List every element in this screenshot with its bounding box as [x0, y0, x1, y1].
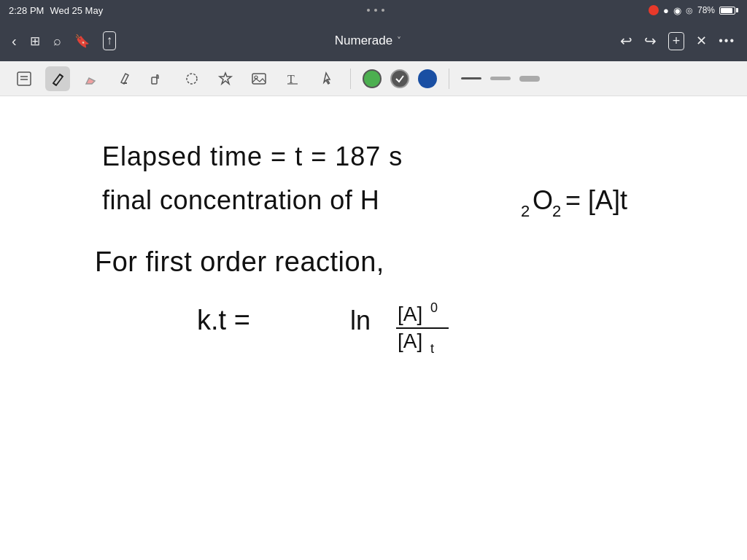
toolbar-left: ‹ ⊞ ⌕ 🔖 ↑: [12, 31, 116, 50]
close-button[interactable]: ✕: [696, 33, 707, 49]
color-green-button[interactable]: [363, 69, 382, 88]
hand-tool[interactable]: [146, 66, 171, 91]
time: 2:28 PM: [9, 5, 44, 16]
highlighter-tool[interactable]: [112, 66, 137, 91]
color-blue-button[interactable]: [418, 69, 437, 88]
line-thin[interactable]: [461, 77, 481, 79]
search-button[interactable]: ⌕: [53, 34, 61, 49]
separator-2: [449, 69, 449, 89]
status-center: [367, 9, 384, 12]
grid-button[interactable]: ⊞: [30, 34, 40, 49]
battery-icon: [719, 7, 738, 15]
date: Wed 25 May: [50, 5, 103, 16]
color-checkmark-button[interactable]: [390, 69, 409, 88]
handwriting-svg: Elapsed time = t = 187 s final concentra…: [0, 96, 747, 560]
svg-text:Elapsed  time   =  t  =  187 s: Elapsed time = t = 187 s: [102, 141, 403, 171]
image-tool[interactable]: [247, 66, 271, 91]
pen-tool[interactable]: [45, 66, 70, 91]
dot3: [382, 9, 384, 12]
note-content: Elapsed time = t = 187 s final concentra…: [0, 96, 747, 560]
line-medium[interactable]: [490, 77, 511, 80]
separator-1: [350, 69, 351, 89]
status-left: 2:28 PM Wed 25 May: [9, 5, 103, 16]
bookmark-button[interactable]: 🔖: [74, 34, 90, 49]
svg-text:0: 0: [430, 300, 438, 315]
svg-text:k.t  =: k.t =: [197, 305, 250, 335]
status-bar: 2:28 PM Wed 25 May ● ◉ ◎ 78%: [0, 0, 747, 20]
main-toolbar: ‹ ⊞ ⌕ 🔖 ↑ Numerade ˅ ↩ ↪ + ✕ •••: [0, 20, 747, 61]
svg-text:O: O: [533, 185, 553, 215]
svg-text:For   first  order  reaction,: For first order reaction,: [95, 246, 384, 277]
signal-icon: ◉: [673, 5, 681, 16]
battery-pct: 78%: [697, 5, 715, 15]
toolbar-right: ↩ ↪ + ✕ •••: [620, 32, 735, 50]
dot1: [367, 9, 370, 12]
text-tool[interactable]: T: [280, 66, 305, 91]
canvas-area[interactable]: Elapsed time = t = 187 s final concentra…: [0, 96, 747, 560]
line-thick[interactable]: [519, 76, 540, 82]
wifi-icon: ●: [663, 5, 669, 16]
svg-text:=  [A]t: = [A]t: [565, 185, 627, 215]
svg-rect-7: [252, 74, 266, 84]
svg-text:t: t: [430, 341, 434, 356]
back-button[interactable]: ‹: [12, 33, 17, 50]
record-indicator: [649, 5, 659, 15]
svg-point-5: [187, 74, 197, 84]
svg-rect-4: [152, 77, 157, 84]
more-options-button[interactable]: •••: [719, 34, 735, 47]
svg-text:2: 2: [552, 202, 561, 220]
dot2: [374, 9, 377, 12]
undo-button[interactable]: ↩: [620, 32, 632, 50]
toolbar-center: Numerade ˅: [335, 34, 401, 48]
sticky-note-tool[interactable]: [12, 66, 36, 91]
svg-text:final  concentration  of  H: final concentration of H: [102, 185, 379, 215]
pointer-tool[interactable]: [314, 66, 338, 91]
share-button[interactable]: ↑: [103, 31, 117, 50]
eraser-tool[interactable]: [79, 66, 104, 91]
location-icon: ◎: [686, 6, 693, 15]
dropdown-chevron[interactable]: ˅: [397, 36, 401, 46]
svg-rect-0: [18, 72, 31, 85]
lasso-tool[interactable]: [179, 66, 204, 91]
redo-button[interactable]: ↪: [644, 32, 657, 50]
app-title: Numerade: [335, 34, 392, 48]
svg-marker-6: [220, 73, 231, 84]
drawing-toolbar: T: [0, 61, 747, 96]
status-right: ● ◉ ◎ 78%: [649, 5, 738, 16]
svg-text:ln: ln: [350, 306, 371, 335]
add-page-button[interactable]: +: [668, 32, 685, 50]
svg-text:[A]: [A]: [398, 303, 422, 325]
svg-text:2: 2: [521, 202, 530, 220]
star-tool[interactable]: [213, 66, 238, 91]
svg-text:[A]: [A]: [398, 330, 422, 352]
